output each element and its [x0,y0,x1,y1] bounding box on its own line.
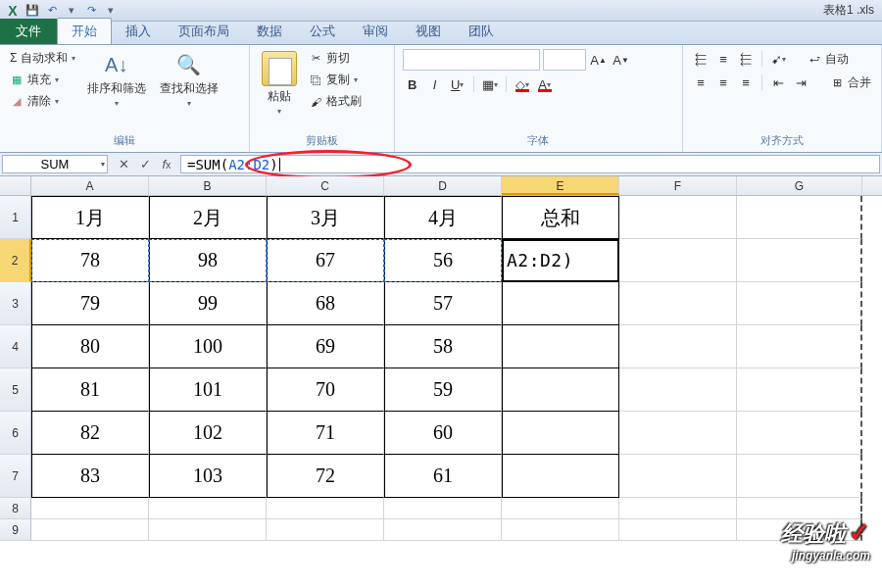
tab-insert[interactable]: 插入 [112,19,165,44]
cell-d2[interactable]: 56 [384,239,502,282]
tab-view[interactable]: 视图 [402,19,455,44]
row-head-2[interactable]: 2 [0,239,31,282]
autosum-button[interactable]: Σ 自动求和 ▾ [8,49,77,68]
cell-g4[interactable] [737,325,862,368]
italic-button[interactable]: I [425,74,445,94]
row-head-9[interactable]: 9 [0,519,31,541]
cell-b2[interactable]: 98 [149,239,267,282]
cell-b9[interactable] [149,519,267,541]
cell-e3[interactable] [502,282,619,325]
tab-file[interactable]: 文件 [0,19,57,44]
cell-a1[interactable]: 1月 [31,196,149,239]
decrease-indent-button[interactable]: ⇤ [768,73,788,92]
col-head-a[interactable]: A [31,176,149,195]
tab-review[interactable]: 审阅 [349,19,402,44]
cell-e9[interactable] [502,519,619,541]
merge-button[interactable]: ⊞合并 [828,74,873,92]
align-left-button[interactable]: ≡ [691,73,710,92]
cell-d6[interactable]: 60 [384,412,502,455]
cell-d9[interactable] [384,519,502,541]
enter-formula-button[interactable]: ✓ [135,156,155,173]
cell-b3[interactable]: 99 [149,282,267,325]
cell-e8[interactable] [502,498,619,519]
cell-a7[interactable]: 83 [31,455,149,498]
cell-a4[interactable]: 80 [31,325,149,368]
cell-d5[interactable]: 59 [384,368,502,412]
cell-f5[interactable] [619,368,737,412]
cell-a9[interactable] [31,519,149,541]
namebox-dropdown-icon[interactable]: ▾ [101,160,105,169]
name-box[interactable]: SUM ▾ [2,155,108,173]
increase-indent-button[interactable]: ⇥ [791,73,810,92]
cell-b4[interactable]: 100 [149,325,267,368]
row-head-5[interactable]: 5 [0,368,31,412]
wrap-text-button[interactable]: ⮐自动 [806,50,851,69]
tab-formulas[interactable]: 公式 [296,19,349,44]
cell-e5[interactable] [502,368,619,412]
cell-a5[interactable]: 81 [31,368,149,412]
orientation-button[interactable]: ➹▾ [768,49,788,69]
align-right-button[interactable]: ≡ [736,73,756,92]
cell-f4[interactable] [619,325,737,368]
fill-color-button[interactable]: ◇▾ [513,74,532,94]
row-head-3[interactable]: 3 [0,282,31,325]
cell-g3[interactable] [737,282,862,325]
paste-button[interactable]: 粘贴 ▾ [258,49,301,118]
cell-c2[interactable]: 67 [267,239,384,282]
cell-d3[interactable]: 57 [384,282,502,325]
cell-c9[interactable] [267,519,384,541]
cell-c5[interactable]: 70 [267,368,384,412]
col-head-b[interactable]: B [149,176,267,195]
clear-button[interactable]: ◢清除 ▾ [8,92,77,111]
row-head-7[interactable]: 7 [0,455,31,498]
cell-c4[interactable]: 69 [267,325,384,368]
cell-g6[interactable] [737,412,862,455]
align-top-button[interactable]: ⬱ [691,49,710,69]
formula-input[interactable]: =SUM(A2:D2) [180,155,880,173]
bold-button[interactable]: B [403,74,422,94]
cell-e2[interactable]: A2:D2) [502,239,619,282]
redo-icon[interactable]: ↷ [82,2,100,20]
border-button[interactable]: ▦▾ [480,74,500,94]
cell-c6[interactable]: 71 [267,412,384,455]
cell-f9[interactable] [619,519,737,541]
cell-b6[interactable]: 102 [149,412,267,455]
cell-b5[interactable]: 101 [149,368,267,412]
font-size-select[interactable] [543,49,586,71]
cell-c8[interactable] [267,498,384,519]
cell-f8[interactable] [619,498,737,519]
qat-customize-icon[interactable]: ▾ [102,2,120,20]
cell-g7[interactable] [737,455,862,498]
undo-icon[interactable]: ↶ [43,2,61,20]
cell-f3[interactable] [619,282,737,325]
cell-a8[interactable] [31,498,149,519]
cell-c7[interactable]: 72 [267,455,384,498]
fill-button[interactable]: ▦填充 ▾ [8,71,77,89]
cell-g8[interactable] [737,498,862,519]
align-center-button[interactable]: ≡ [713,73,733,92]
cancel-formula-button[interactable]: ✕ [114,156,133,173]
cell-e6[interactable] [502,412,619,455]
undo-dropdown-icon[interactable]: ▾ [63,2,80,20]
cell-f2[interactable] [619,239,737,282]
cell-c1[interactable]: 3月 [267,196,384,239]
find-select-button[interactable]: 🔍 查找和选择 ▾ [156,49,222,110]
cell-d7[interactable]: 61 [384,455,502,498]
row-head-1[interactable]: 1 [0,196,31,239]
tab-pagelayout[interactable]: 页面布局 [165,19,243,44]
align-middle-button[interactable]: ≡ [713,49,733,69]
cell-a6[interactable]: 82 [31,412,149,455]
col-head-c[interactable]: C [267,176,384,195]
cell-e1[interactable]: 总和 [502,196,619,239]
align-bottom-button[interactable]: ⬱ [736,49,756,69]
tab-home[interactable]: 开始 [57,18,112,44]
cell-b8[interactable] [149,498,267,519]
increase-font-button[interactable]: A▲ [589,50,609,70]
cell-d4[interactable]: 58 [384,325,502,368]
font-family-select[interactable] [403,49,540,71]
cut-button[interactable]: ✂剪切 [307,49,364,68]
cell-f7[interactable] [619,455,737,498]
col-head-e[interactable]: E [502,176,619,195]
cell-g5[interactable] [737,368,862,412]
tab-data[interactable]: 数据 [243,19,296,44]
